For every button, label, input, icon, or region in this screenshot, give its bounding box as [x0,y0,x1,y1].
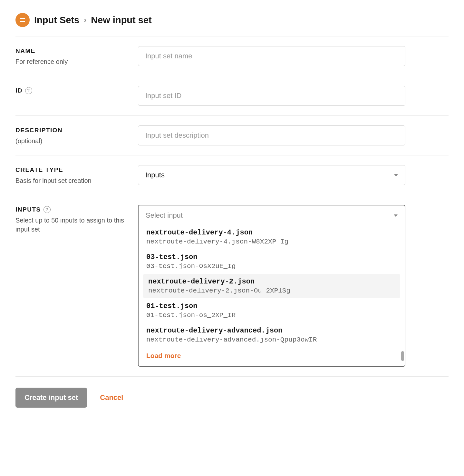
breadcrumb-current: New input set [91,15,152,25]
id-input[interactable] [138,86,405,106]
id-label: ID [15,87,23,94]
help-icon[interactable]: ? [25,87,32,94]
name-sublabel: For reference only [15,57,138,66]
create-input-set-button[interactable]: Create input set [15,388,87,408]
cancel-button[interactable]: Cancel [100,393,123,402]
create-type-select[interactable]: Inputs [138,165,405,185]
create-type-sublabel: Basis for input set creation [15,176,138,185]
dropdown-option[interactable]: nextroute-delivery-2.json nextroute-deli… [143,274,400,298]
inputs-placeholder: Select input [146,211,183,220]
load-more-button[interactable]: Load more [143,347,400,361]
help-icon[interactable]: ? [44,206,51,213]
chevron-down-icon [394,214,398,217]
inputs-dropdown[interactable]: Select input nextroute-delivery-4.json n… [138,205,405,367]
scrollbar-thumb[interactable] [401,351,404,361]
dropdown-option[interactable]: 01-test.json 01-test.json-os_2XP_IR [143,298,400,323]
description-label: DESCRIPTION [15,127,138,134]
dropdown-option[interactable]: nextroute-delivery-advanced.json nextrou… [143,323,400,347]
breadcrumb-parent[interactable]: Input Sets [34,15,79,25]
create-type-label: CREATE TYPE [15,166,138,174]
inputs-label: INPUTS [15,206,41,213]
inputs-sublabel: Select up to 50 inputs to assign to this… [15,216,138,234]
name-label: NAME [15,47,138,55]
create-type-value: Inputs [145,171,165,179]
inputs-dropdown-list[interactable]: nextroute-delivery-4.json nextroute-deli… [139,223,405,366]
name-input[interactable] [138,46,405,66]
chevron-right-icon: › [84,15,86,25]
input-sets-icon [15,13,30,27]
dropdown-option[interactable]: nextroute-delivery-4.json nextroute-deli… [143,225,400,249]
breadcrumb: Input Sets › New input set [15,13,449,27]
description-input[interactable] [138,125,405,145]
chevron-down-icon [394,174,398,176]
description-sublabel: (optional) [15,136,138,145]
dropdown-option[interactable]: 03-test.json 03-test.json-OsX2uE_Ig [143,249,400,274]
